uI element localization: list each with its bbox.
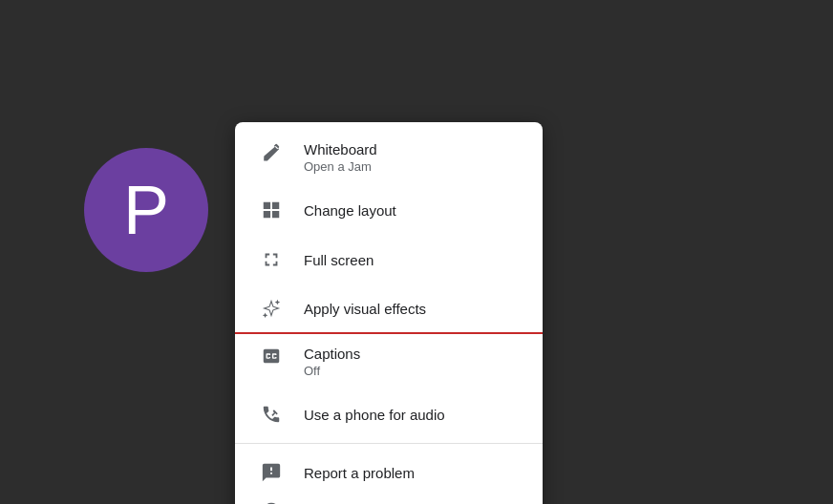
full-screen-label: Full screen	[304, 250, 374, 270]
phone-audio-label: Use a phone for audio	[304, 405, 445, 425]
captions-label: Captions	[304, 344, 360, 364]
context-menu: Whiteboard Open a Jam Change layout Full…	[235, 122, 543, 504]
layout-icon	[254, 200, 288, 220]
menu-item-report-problem[interactable]: Report a problem	[235, 448, 543, 497]
avatar: P	[84, 148, 208, 272]
whiteboard-text: Whiteboard Open a Jam	[304, 139, 377, 176]
report-problem-text: Report a problem	[304, 463, 415, 483]
menu-item-full-screen[interactable]: Full screen	[235, 235, 543, 284]
report-icon	[254, 462, 288, 483]
report-problem-label: Report a problem	[304, 463, 415, 483]
fullscreen-icon	[254, 249, 288, 270]
menu-item-captions[interactable]: Captions Off	[235, 334, 543, 389]
captions-text: Captions Off	[304, 344, 360, 380]
visual-effects-text: Apply visual effects	[304, 299, 426, 319]
whiteboard-label: Whiteboard	[304, 139, 377, 159]
menu-item-more[interactable]	[235, 497, 543, 504]
visual-effects-label: Apply visual effects	[304, 299, 426, 319]
phone-audio-icon	[254, 404, 288, 425]
menu-item-whiteboard[interactable]: Whiteboard Open a Jam	[235, 130, 543, 185]
change-layout-label: Change layout	[304, 200, 396, 220]
change-layout-text: Change layout	[304, 200, 396, 220]
menu-item-phone-audio[interactable]: Use a phone for audio	[235, 389, 543, 439]
menu-divider	[235, 443, 543, 444]
captions-sublabel: Off	[304, 364, 360, 380]
captions-icon	[254, 346, 288, 367]
menu-item-change-layout[interactable]: Change layout	[235, 185, 543, 235]
whiteboard-icon	[254, 141, 288, 162]
sparkle-icon	[254, 298, 288, 319]
whiteboard-sublabel: Open a Jam	[304, 159, 377, 176]
phone-audio-text: Use a phone for audio	[304, 405, 445, 425]
avatar-letter: P	[123, 176, 169, 244]
menu-item-apply-visual-effects[interactable]: Apply visual effects	[235, 284, 543, 334]
full-screen-text: Full screen	[304, 250, 374, 270]
